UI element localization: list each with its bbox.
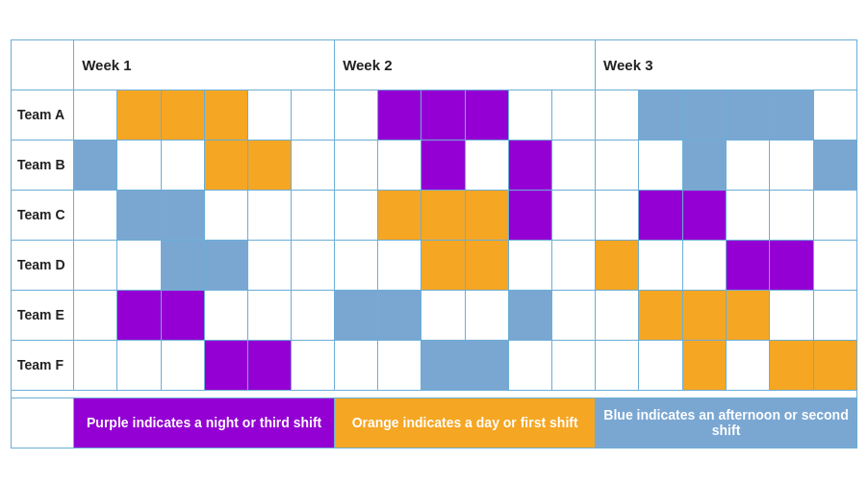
cell	[465, 140, 508, 190]
legend-purple: Purple indicates a night or third shift	[74, 397, 335, 448]
schedule-table: Week 1 Week 2 Week 3 Team A Team B	[11, 39, 857, 449]
cell	[247, 240, 291, 290]
cell	[813, 340, 857, 390]
cell	[508, 90, 551, 140]
cell	[117, 190, 161, 240]
cell	[335, 340, 378, 390]
week2-header: Week 2	[335, 39, 596, 90]
table-row: Team F	[12, 340, 857, 390]
cell	[682, 240, 726, 290]
cell	[161, 340, 204, 390]
cell	[465, 240, 508, 290]
cell	[465, 290, 508, 340]
cell	[378, 190, 421, 240]
cell	[813, 240, 857, 290]
cell	[378, 240, 421, 290]
cell	[291, 90, 334, 140]
cell	[682, 290, 726, 340]
legend-blue: Blue indicates an afternoon or second sh…	[596, 397, 857, 448]
cell	[596, 190, 639, 240]
legend-row: Purple indicates a night or third shift …	[12, 397, 857, 448]
cell	[335, 190, 378, 240]
cell	[508, 290, 551, 340]
cell	[813, 190, 857, 240]
week1-header: Week 1	[74, 39, 335, 90]
table-row: Team C	[12, 190, 857, 240]
cell	[117, 140, 161, 190]
cell	[421, 90, 465, 140]
cell	[726, 340, 769, 390]
cell	[335, 90, 378, 140]
cell	[770, 190, 813, 240]
cell	[770, 90, 813, 140]
cell	[682, 140, 726, 190]
legend-empty	[12, 397, 74, 448]
cell	[247, 90, 291, 140]
cell	[421, 290, 465, 340]
cell	[726, 290, 769, 340]
cell	[74, 140, 117, 190]
cell	[813, 90, 857, 140]
cell	[161, 90, 204, 140]
cell	[74, 340, 117, 390]
cell	[726, 190, 769, 240]
cell	[465, 90, 508, 140]
cell	[639, 290, 682, 340]
cell	[726, 90, 769, 140]
cell	[551, 340, 595, 390]
cell	[813, 290, 857, 340]
cell	[596, 140, 639, 190]
cell	[508, 340, 551, 390]
cell	[421, 240, 465, 290]
cell	[247, 140, 291, 190]
cell	[421, 140, 465, 190]
cell	[508, 240, 551, 290]
cell	[508, 190, 551, 240]
table-row: Team E	[12, 290, 857, 340]
table-row: Team B	[12, 140, 857, 190]
team-d-label: Team D	[12, 240, 74, 290]
cell	[204, 290, 247, 340]
cell	[596, 90, 639, 140]
cell	[639, 240, 682, 290]
cell	[639, 340, 682, 390]
cell	[74, 90, 117, 140]
cell	[682, 90, 726, 140]
cell	[335, 290, 378, 340]
cell	[291, 340, 334, 390]
cell	[596, 290, 639, 340]
cell	[247, 290, 291, 340]
cell	[291, 240, 334, 290]
cell	[74, 290, 117, 340]
cell	[421, 340, 465, 390]
cell	[596, 340, 639, 390]
cell	[378, 90, 421, 140]
cell	[117, 290, 161, 340]
cell	[770, 290, 813, 340]
cell	[74, 190, 117, 240]
cell	[335, 240, 378, 290]
cell	[247, 190, 291, 240]
cell	[378, 290, 421, 340]
cell	[726, 240, 769, 290]
legend-orange: Orange indicates a day or first shift	[335, 397, 596, 448]
cell	[161, 290, 204, 340]
week3-header: Week 3	[596, 39, 857, 90]
cell	[247, 340, 291, 390]
team-f-label: Team F	[12, 340, 74, 390]
cell	[204, 340, 247, 390]
cell	[161, 190, 204, 240]
cell	[204, 190, 247, 240]
cell	[161, 240, 204, 290]
cell	[508, 140, 551, 190]
cell	[74, 240, 117, 290]
cell	[117, 90, 161, 140]
team-a-label: Team A	[12, 90, 74, 140]
cell	[291, 290, 334, 340]
cell	[639, 90, 682, 140]
spacer-row	[12, 390, 857, 397]
cell	[682, 190, 726, 240]
cell	[813, 140, 857, 190]
cell	[551, 190, 595, 240]
cell	[596, 240, 639, 290]
